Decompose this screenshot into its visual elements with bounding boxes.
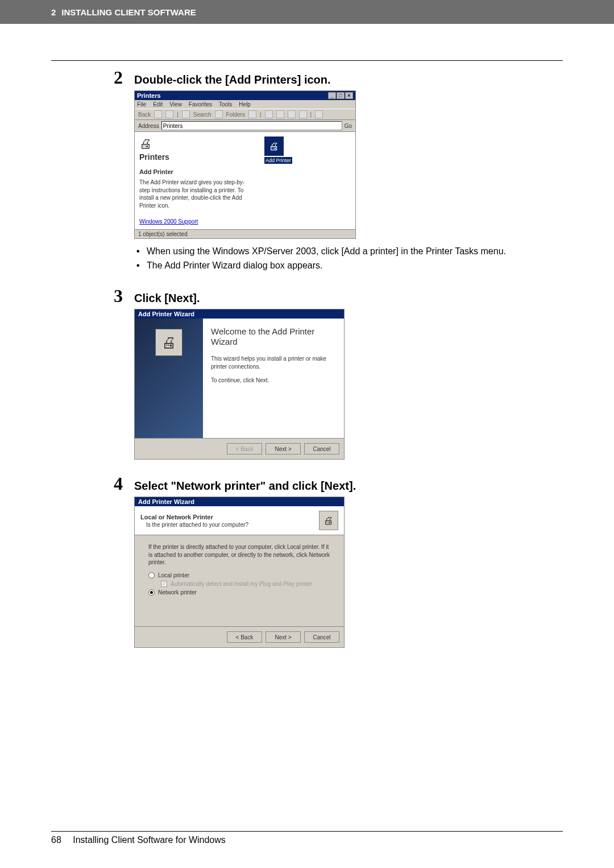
folders-label[interactable]: Folders [226,111,245,118]
support-link[interactable]: Windows 2000 Support [139,218,198,225]
wizard-banner: 🖨 [135,319,203,438]
label-network: Network printer [158,589,197,596]
step-2-number: 2 [114,67,134,88]
printer-head-icon: 🖨 [319,511,338,530]
window-titlebar: Printers _ □ × [135,91,355,100]
wizard-buttons: < Back Next > Cancel [135,438,344,459]
chapter-title: INSTALLING CLIENT SOFTWARE [61,7,196,17]
checkbox-auto-detect: ✓ [161,581,167,587]
step-2: 2 Double-click the [Add Printers] icon. … [114,67,557,272]
address-label: Address [138,123,159,129]
window-title: Printers [137,92,161,99]
menu-tools[interactable]: Tools [219,101,232,108]
menu-view[interactable]: View [169,101,182,108]
menu-file[interactable]: File [137,101,146,108]
pane-subtitle: Add Printer [139,168,253,175]
step-4-number: 4 [114,473,134,494]
step-2-title: Double-click the [Add Printers] icon. [134,71,331,86]
pane-title: Printers [139,152,253,162]
close-button[interactable]: × [345,92,353,99]
page-footer: 68 Installing Client Software for Window… [51,831,563,845]
step-3-title: Click [Next]. [134,290,200,305]
wizard-head-subtitle: Is the printer attached to your computer… [146,522,319,528]
menu-edit[interactable]: Edit [153,101,163,108]
radio-network[interactable] [148,589,155,596]
cancel-button[interactable]: Cancel [304,631,339,643]
radio-local[interactable] [148,572,155,578]
window-toolbar: Back | Search Folders | | [135,109,355,120]
back-button: < Back [227,443,262,454]
wizard-title: Add Printer Wizard [135,497,344,506]
printer-banner-icon: 🖨 [155,329,182,356]
step-4: 4 Select "Network printer" and click [Ne… [114,473,557,648]
add-printer-wizard-welcome: Add Printer Wizard 🖨 Welcome to the Add … [134,309,345,460]
wizard-instructions: If the printer is directly attached to y… [148,543,330,567]
step-3: 3 Click [Next]. Add Printer Wizard 🖨 Wel… [114,286,557,460]
page-header: 2 INSTALLING CLIENT SOFTWARE [0,0,614,24]
label-local: Local printer [158,572,189,578]
add-printer-label: Add Printer [264,157,292,164]
top-rule [51,60,563,61]
option-network[interactable]: Network printer [148,589,330,596]
window-menubar: File Edit View Favorites Tools Help [135,100,355,109]
icon-area: 🖨 Add Printer [264,137,292,225]
step-2-notes: When using the Windows XP/Server 2003, c… [136,245,557,272]
copy-icon[interactable] [276,110,284,118]
next-button[interactable]: Next > [265,443,301,454]
undo-icon[interactable] [299,110,307,118]
cancel-button[interactable]: Cancel [304,443,339,454]
step-3-number: 3 [114,286,134,307]
up-icon[interactable] [165,110,173,118]
history-icon[interactable] [248,110,256,118]
printers-folder-icon: 🖨 [139,137,253,151]
back-button[interactable]: < Back [227,631,262,643]
chapter-number: 2 [51,7,56,17]
footer-section: Installing Client Software for Windows [73,835,226,845]
delete-icon[interactable] [288,110,296,118]
address-bar: Address Go [135,120,355,132]
folders-icon[interactable] [215,110,223,118]
pane-description: The Add Printer wizard gives you step-by… [139,179,253,209]
page-number: 68 [51,835,61,845]
move-icon[interactable] [265,110,273,118]
note-2: The Add Printer Wizard dialog box appear… [136,259,557,272]
address-input[interactable] [161,121,342,130]
menu-favorites[interactable]: Favorites [189,101,212,108]
note-1: When using the Windows XP/Server 2003, c… [136,245,557,258]
left-info-pane: 🖨 Printers Add Printer The Add Printer w… [139,137,253,225]
views-icon[interactable] [315,110,323,118]
wizard-heading: Welcome to the Add Printer Wizard [211,326,336,347]
status-bar: 1 object(s) selected [135,229,355,238]
search-label[interactable]: Search [193,111,211,118]
option-local[interactable]: Local printer [148,572,330,578]
step-4-title: Select "Network printer" and click [Next… [134,477,356,493]
label-auto-detect: Automatically detect and install my Plug… [171,581,312,587]
wizard-text-1: This wizard helps you install a printer … [211,355,336,371]
option-auto-detect: ✓ Automatically detect and install my Pl… [161,581,330,587]
wizard-head-title: Local or Network Printer [140,514,319,520]
go-button[interactable]: Go [345,123,352,129]
wizard-buttons: < Back Next > Cancel [135,626,344,647]
next-button[interactable]: Next > [265,631,301,643]
wizard-title: Add Printer Wizard [135,309,344,319]
wizard-text-2: To continue, click Next. [211,377,336,385]
menu-help[interactable]: Help [239,101,251,108]
add-printer-icon[interactable]: 🖨 [264,137,284,156]
back-button[interactable]: Back [138,111,151,118]
min-button[interactable]: _ [328,92,336,99]
search-icon[interactable] [182,110,190,118]
max-button[interactable]: □ [337,92,345,99]
forward-icon[interactable] [154,110,162,118]
printers-window: Printers _ □ × File Edit View Favorites … [134,90,356,239]
add-printer-wizard-local-network: Add Printer Wizard Local or Network Prin… [134,497,345,648]
